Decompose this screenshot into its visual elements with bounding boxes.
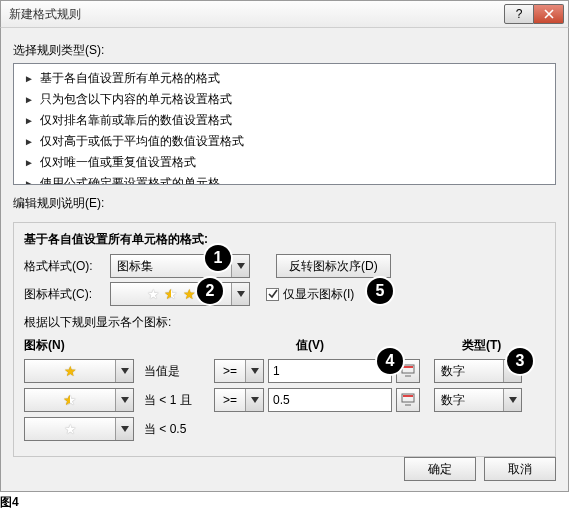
cancel-button[interactable]: 取消 xyxy=(484,457,556,481)
close-icon xyxy=(544,9,554,19)
format-style-label: 格式样式(O): xyxy=(24,258,104,275)
check-icon xyxy=(268,289,278,299)
select-rule-type-label: 选择规则类型(S): xyxy=(13,42,556,59)
annotation-5: 5 xyxy=(367,278,393,304)
ok-button[interactable]: 确定 xyxy=(404,457,476,481)
title-bar: 新建格式规则 ? xyxy=(0,0,569,28)
chevron-down-icon xyxy=(121,397,129,403)
rule-condition: 当 < 0.5 xyxy=(138,421,210,438)
rule-type-item[interactable]: ►只为包含以下内容的单元格设置格式 xyxy=(14,89,555,110)
rule-type-text: 仅对排名靠前或靠后的数值设置格式 xyxy=(40,112,232,129)
rule-type-item[interactable]: ►基于各自值设置所有单元格的格式 xyxy=(14,68,555,89)
format-style-row: 格式样式(O): 图标集 反转图标次序(D) xyxy=(24,254,545,278)
chevron-down-icon xyxy=(251,368,259,374)
range-picker-icon xyxy=(401,364,415,378)
rule-value-input[interactable]: 1 xyxy=(268,359,392,383)
rule-type-value: 数字 xyxy=(441,363,465,380)
annotation-4: 4 xyxy=(377,348,403,374)
rule-operator: >= xyxy=(223,364,237,378)
rule-type-item[interactable]: ►使用公式确定要设置格式的单元格 xyxy=(14,173,555,185)
annotation-3: 3 xyxy=(507,348,533,374)
rule-type-list[interactable]: ►基于各自值设置所有单元格的格式 ►只为包含以下内容的单元格设置格式 ►仅对排名… xyxy=(13,63,556,185)
rule-condition: 当 < 1 且 xyxy=(138,392,210,409)
play-icon: ► xyxy=(24,157,34,168)
rule-type-text: 只为包含以下内容的单元格设置格式 xyxy=(40,91,232,108)
chevron-down-icon xyxy=(251,397,259,403)
rule-operator: >= xyxy=(223,393,237,407)
edit-rule-desc-label: 编辑规则说明(E): xyxy=(13,195,556,212)
star-full-icon: ★ xyxy=(182,286,196,302)
rule-headers: 图标(N) 值(V) 类型(T) xyxy=(24,337,545,354)
rule-operator-dropdown[interactable]: >= xyxy=(214,359,264,383)
show-icon-only-label: 仅显示图标(I) xyxy=(283,286,354,303)
rule-type-item[interactable]: ►仅对高于或低于平均值的数值设置格式 xyxy=(14,131,555,152)
icon-style-dropdown[interactable]: ★ ★ ★ xyxy=(110,282,250,306)
chevron-down-icon xyxy=(121,368,129,374)
play-icon: ► xyxy=(24,136,34,147)
dropdown-arrow[interactable] xyxy=(245,389,263,411)
rule-type-text: 使用公式确定要设置格式的单元格 xyxy=(40,175,220,185)
star-half-icon: ★ xyxy=(164,286,178,302)
star-half-icon: ★ xyxy=(63,392,77,408)
play-icon: ► xyxy=(24,115,34,126)
rule-type-dropdown[interactable]: 数字 xyxy=(434,388,522,412)
dropdown-arrow[interactable] xyxy=(245,360,263,382)
rule-value-input[interactable]: 0.5 xyxy=(268,388,392,412)
rule-operator-dropdown[interactable]: >= xyxy=(214,388,264,412)
close-button[interactable] xyxy=(534,4,564,24)
rule-editor-group: 基于各自值设置所有单元格的格式: 格式样式(O): 图标集 反转图标次序(D) … xyxy=(13,222,556,457)
show-icon-only-checkbox[interactable] xyxy=(266,288,279,301)
rule-type-item[interactable]: ►仅对排名靠前或靠后的数值设置格式 xyxy=(14,110,555,131)
header-icon: 图标(N) xyxy=(24,337,152,354)
annotation-1: 1 xyxy=(205,245,231,271)
dropdown-arrow[interactable] xyxy=(115,389,133,411)
range-picker-icon xyxy=(401,393,415,407)
header-value: 值(V) xyxy=(296,337,434,354)
rule-row: ★ 当值是 >= 1 数字 xyxy=(24,359,545,383)
help-icon: ? xyxy=(516,7,523,21)
dropdown-arrow[interactable] xyxy=(231,255,249,277)
rule-icon-dropdown[interactable]: ★ xyxy=(24,417,134,441)
rule-type-value: 数字 xyxy=(441,392,465,409)
help-button[interactable]: ? xyxy=(504,4,534,24)
rule-icon-dropdown[interactable]: ★ xyxy=(24,388,134,412)
svg-rect-1 xyxy=(403,366,413,368)
icon-style-label: 图标样式(C): xyxy=(24,286,104,303)
reverse-icon-order-button[interactable]: 反转图标次序(D) xyxy=(276,254,391,278)
format-style-value: 图标集 xyxy=(117,258,153,275)
dropdown-arrow[interactable] xyxy=(115,360,133,382)
header-type: 类型(T) xyxy=(462,337,545,354)
star-empty-icon: ★ xyxy=(146,286,160,302)
dropdown-arrow[interactable] xyxy=(503,389,521,411)
dialog-footer: 确定 取消 xyxy=(404,457,556,481)
dialog-body: 选择规则类型(S): ►基于各自值设置所有单元格的格式 ►只为包含以下内容的单元… xyxy=(0,28,569,492)
icon-style-row: 图标样式(C): ★ ★ ★ 仅显示图标(I) xyxy=(24,282,545,306)
play-icon: ► xyxy=(24,178,34,185)
star-full-icon: ★ xyxy=(63,363,77,379)
rule-type-text: 仅对唯一值或重复值设置格式 xyxy=(40,154,196,171)
rule-row: ★ 当 < 1 且 >= 0.5 数字 xyxy=(24,388,545,412)
play-icon: ► xyxy=(24,94,34,105)
chevron-down-icon xyxy=(509,397,517,403)
dropdown-arrow[interactable] xyxy=(115,418,133,440)
window-buttons: ? xyxy=(504,4,564,24)
play-icon: ► xyxy=(24,73,34,84)
rule-condition: 当值是 xyxy=(138,363,210,380)
chevron-down-icon xyxy=(237,263,245,269)
dropdown-arrow[interactable] xyxy=(231,283,249,305)
chevron-down-icon xyxy=(237,291,245,297)
rule-type-text: 基于各自值设置所有单元格的格式 xyxy=(40,70,220,87)
rule-icon-dropdown[interactable]: ★ xyxy=(24,359,134,383)
show-icon-only-row: 仅显示图标(I) xyxy=(266,286,354,303)
group-title: 基于各自值设置所有单元格的格式: xyxy=(24,231,545,248)
rule-type-text: 仅对高于或低于平均值的数值设置格式 xyxy=(40,133,244,150)
rules-sub-label: 根据以下规则显示各个图标: xyxy=(24,314,545,331)
svg-rect-3 xyxy=(403,395,413,397)
chevron-down-icon xyxy=(121,426,129,432)
window-title: 新建格式规则 xyxy=(9,6,504,23)
range-picker-button[interactable] xyxy=(396,388,420,412)
star-empty-icon: ★ xyxy=(63,421,77,437)
figure-caption: 图4 xyxy=(0,494,19,511)
rule-type-item[interactable]: ►仅对唯一值或重复值设置格式 xyxy=(14,152,555,173)
rule-row: ★ 当 < 0.5 xyxy=(24,417,545,441)
